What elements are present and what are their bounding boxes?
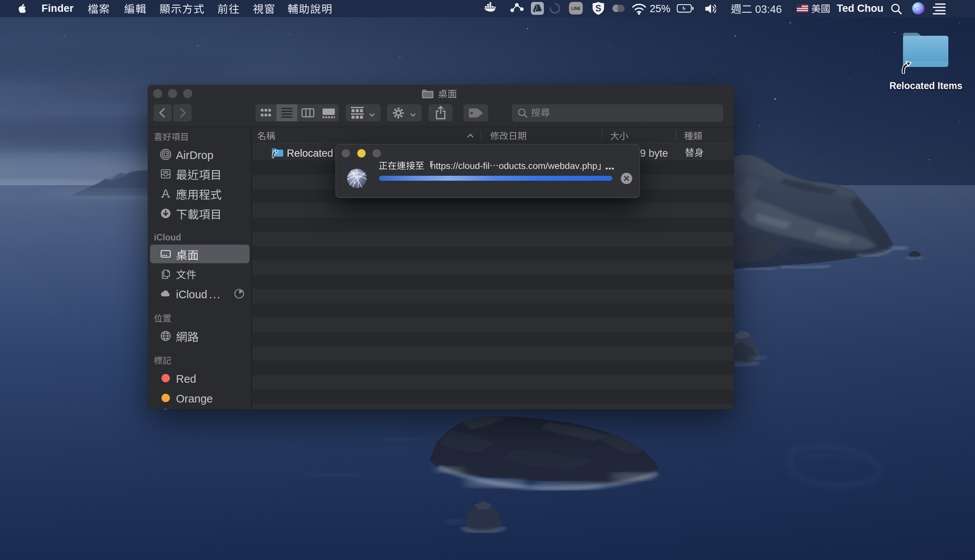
svg-text:S: S xyxy=(595,3,601,13)
svg-text:LINE: LINE xyxy=(571,6,580,11)
